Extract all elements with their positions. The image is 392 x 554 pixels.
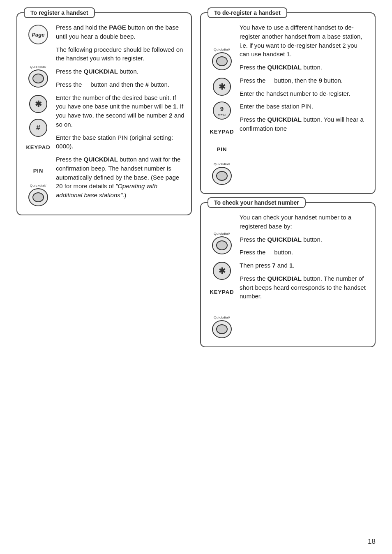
deregister-para6: Press the QUICKDIAL button. You will hea… <box>240 115 368 133</box>
keypad-label-left: KEYPAD <box>26 144 50 150</box>
check-handset-title: To check your handset number <box>208 197 306 208</box>
star-button-icon: ✱ <box>29 95 47 113</box>
quickdial-icon-check2: Quickdial/ <box>212 316 232 338</box>
hash-button-icon: # <box>29 119 47 137</box>
pin-label-left: PIN <box>33 168 44 174</box>
register-para1: Press and hold the PAGE button on the ba… <box>56 23 184 41</box>
check-para4: Then press 7 and 1. <box>240 261 368 270</box>
pin-label-deregister: PIN <box>217 146 227 152</box>
nine-button-icon: 9 wxyz <box>213 102 231 120</box>
register-para7: Press the QUICKDIAL button and wait for … <box>56 155 184 200</box>
page-btn: Page <box>28 25 48 44</box>
register-para4: Press the button and then the # button. <box>56 80 184 89</box>
check-handset-number-box: To check your handset number Quickdial/ … <box>200 202 376 347</box>
register-handset-box: To register a handset Page Quickdial/ <box>16 12 192 215</box>
quickdial-icon-check: Quickdial/ <box>212 232 232 254</box>
keypad-label-deregister: KEYPAD <box>210 129 234 135</box>
check-handset-text: You can check your handset number to a r… <box>236 213 368 340</box>
quickdial-icon-1: Quickdial/ <box>28 65 48 88</box>
deregister-para1: You have to use a different handset to d… <box>240 23 368 59</box>
deregister-para2: Press the QUICKDIAL button. <box>240 63 368 72</box>
check-para3: Press the button. <box>240 248 368 257</box>
check-para5: Press the QUICKDIAL button. The number o… <box>240 274 368 301</box>
quickdial-label-1: Quickdial/ <box>30 65 46 69</box>
register-para3: Press the QUICKDIAL button. <box>56 67 184 76</box>
star-button-check: ✱ <box>213 262 231 280</box>
deregister-para4: Enter the handset number to de-register. <box>240 89 368 98</box>
page-number: 18 <box>368 538 376 546</box>
register-handset-title: To register a handset <box>24 7 95 18</box>
quickdial-icon-deregister: Quickdial/ <box>212 48 232 70</box>
deregister-para5: Enter the base station PIN. <box>240 102 368 111</box>
register-handset-text: Press and hold the PAGE button on the ba… <box>53 23 184 208</box>
deregister-handset-text: You have to use a different handset to d… <box>236 23 368 187</box>
deregister-para3: Press the button, then the 9 button. <box>240 76 368 85</box>
deregister-handset-title: To de-register a handset <box>208 7 287 18</box>
quickdial-icon-2: Quickdial/ <box>28 184 48 206</box>
check-para2: Press the QUICKDIAL button. <box>240 235 368 244</box>
register-para6: Enter the base station PIN (original set… <box>56 133 184 151</box>
check-para1: You can check your handset number to a r… <box>240 213 368 231</box>
register-para2: The following procedure should be follow… <box>56 45 184 63</box>
star-button-deregister: ✱ <box>213 78 231 96</box>
deregister-handset-box: To de-register a handset Quickdial/ <box>200 12 376 194</box>
register-para5: Enter the number of the desired base uni… <box>56 93 184 129</box>
page-button-icon: Page <box>28 25 48 44</box>
quickdial-icon-deregister2: Quickdial/ <box>212 162 232 185</box>
keypad-label-check: KEYPAD <box>210 289 234 295</box>
